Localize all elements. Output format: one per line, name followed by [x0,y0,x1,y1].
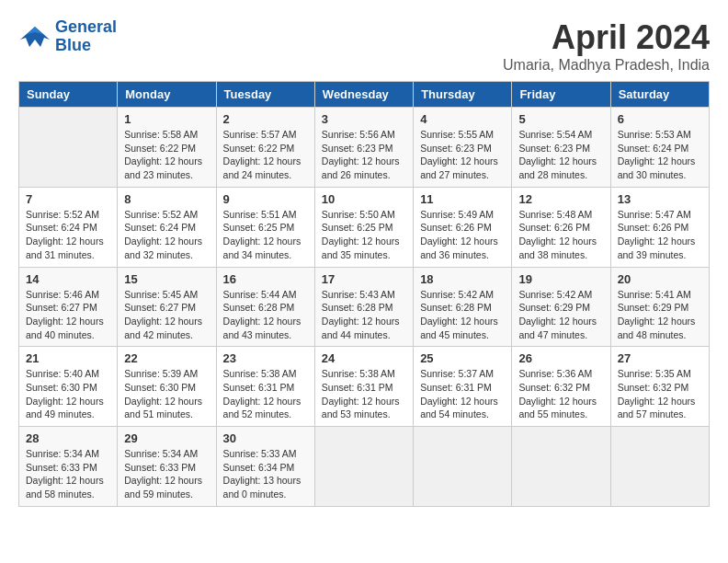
day-number: 24 [322,351,406,365]
day-number: 11 [420,192,505,206]
day-info: Sunrise: 5:46 AM Sunset: 6:27 PM Dayligh… [26,288,110,342]
location-subtitle: Umaria, Madhya Pradesh, India [503,57,710,74]
day-number: 12 [518,192,603,206]
day-number: 2 [223,112,308,126]
calendar-cell: 24Sunrise: 5:38 AM Sunset: 6:31 PM Dayli… [314,347,413,427]
calendar-cell: 29Sunrise: 5:34 AM Sunset: 6:33 PM Dayli… [118,427,216,507]
day-info: Sunrise: 5:49 AM Sunset: 6:26 PM Dayligh… [420,208,505,262]
day-info: Sunrise: 5:38 AM Sunset: 6:31 PM Dayligh… [322,367,406,421]
day-info: Sunrise: 5:37 AM Sunset: 6:31 PM Dayligh… [420,367,505,421]
day-info: Sunrise: 5:40 AM Sunset: 6:30 PM Dayligh… [26,367,110,421]
day-number: 27 [618,351,702,365]
calendar-cell: 6Sunrise: 5:53 AM Sunset: 6:24 PM Daylig… [610,108,709,188]
calendar-cell: 20Sunrise: 5:41 AM Sunset: 6:29 PM Dayli… [610,267,709,347]
day-number: 26 [518,351,603,365]
calendar-cell: 21Sunrise: 5:40 AM Sunset: 6:30 PM Dayli… [19,347,118,427]
calendar-table: SundayMondayTuesdayWednesdayThursdayFrid… [18,81,710,507]
day-info: Sunrise: 5:38 AM Sunset: 6:31 PM Dayligh… [223,367,308,421]
page-header: General Blue April 2024 Umaria, Madhya P… [18,18,710,74]
calendar-cell: 2Sunrise: 5:57 AM Sunset: 6:22 PM Daylig… [216,108,314,188]
calendar-cell: 27Sunrise: 5:35 AM Sunset: 6:32 PM Dayli… [610,347,709,427]
day-number: 8 [124,192,209,206]
calendar-week-row: 7Sunrise: 5:52 AM Sunset: 6:24 PM Daylig… [19,187,710,267]
day-number: 9 [223,192,308,206]
title-block: April 2024 Umaria, Madhya Pradesh, India [503,18,710,74]
day-info: Sunrise: 5:56 AM Sunset: 6:23 PM Dayligh… [322,128,406,182]
calendar-cell: 11Sunrise: 5:49 AM Sunset: 6:26 PM Dayli… [414,187,512,267]
weekday-header: Thursday [414,82,512,108]
day-info: Sunrise: 5:34 AM Sunset: 6:33 PM Dayligh… [26,447,110,501]
day-number: 23 [223,351,308,365]
day-info: Sunrise: 5:42 AM Sunset: 6:28 PM Dayligh… [420,288,505,342]
calendar-cell [19,108,118,188]
weekday-header: Saturday [610,82,709,108]
day-number: 10 [322,192,406,206]
month-year-title: April 2024 [503,18,710,57]
calendar-cell: 18Sunrise: 5:42 AM Sunset: 6:28 PM Dayli… [414,267,512,347]
day-number: 5 [518,112,603,126]
day-info: Sunrise: 5:45 AM Sunset: 6:27 PM Dayligh… [124,288,209,342]
calendar-cell [512,427,610,507]
day-info: Sunrise: 5:58 AM Sunset: 6:22 PM Dayligh… [124,128,209,182]
weekday-header: Wednesday [314,82,413,108]
day-info: Sunrise: 5:47 AM Sunset: 6:26 PM Dayligh… [618,208,702,262]
calendar-cell: 4Sunrise: 5:55 AM Sunset: 6:23 PM Daylig… [414,108,512,188]
day-number: 29 [124,431,209,445]
day-info: Sunrise: 5:54 AM Sunset: 6:23 PM Dayligh… [518,128,603,182]
calendar-cell: 14Sunrise: 5:46 AM Sunset: 6:27 PM Dayli… [19,267,118,347]
day-number: 30 [223,431,308,445]
calendar-cell: 10Sunrise: 5:50 AM Sunset: 6:25 PM Dayli… [314,187,413,267]
day-info: Sunrise: 5:43 AM Sunset: 6:28 PM Dayligh… [322,288,406,342]
day-number: 6 [618,112,702,126]
weekday-header: Friday [512,82,610,108]
day-info: Sunrise: 5:52 AM Sunset: 6:24 PM Dayligh… [124,208,209,262]
day-info: Sunrise: 5:50 AM Sunset: 6:25 PM Dayligh… [322,208,406,262]
calendar-week-row: 28Sunrise: 5:34 AM Sunset: 6:33 PM Dayli… [19,427,710,507]
calendar-cell: 30Sunrise: 5:33 AM Sunset: 6:34 PM Dayli… [216,427,314,507]
day-number: 14 [26,272,110,286]
calendar-cell [610,427,709,507]
weekday-header: Sunday [19,82,118,108]
day-number: 15 [124,272,209,286]
calendar-cell: 16Sunrise: 5:44 AM Sunset: 6:28 PM Dayli… [216,267,314,347]
logo-text: General Blue [55,18,117,55]
weekday-header-row: SundayMondayTuesdayWednesdayThursdayFrid… [19,82,710,108]
calendar-cell: 23Sunrise: 5:38 AM Sunset: 6:31 PM Dayli… [216,347,314,427]
calendar-cell [414,427,512,507]
day-number: 3 [322,112,406,126]
calendar-cell: 17Sunrise: 5:43 AM Sunset: 6:28 PM Dayli… [314,267,413,347]
calendar-cell: 22Sunrise: 5:39 AM Sunset: 6:30 PM Dayli… [118,347,216,427]
day-number: 19 [518,272,603,286]
day-info: Sunrise: 5:42 AM Sunset: 6:29 PM Dayligh… [518,288,603,342]
day-number: 4 [420,112,505,126]
day-number: 28 [26,431,110,445]
calendar-cell: 8Sunrise: 5:52 AM Sunset: 6:24 PM Daylig… [118,187,216,267]
day-info: Sunrise: 5:52 AM Sunset: 6:24 PM Dayligh… [26,208,110,262]
calendar-cell: 12Sunrise: 5:48 AM Sunset: 6:26 PM Dayli… [512,187,610,267]
weekday-header: Monday [118,82,216,108]
day-info: Sunrise: 5:41 AM Sunset: 6:29 PM Dayligh… [618,288,702,342]
day-number: 18 [420,272,505,286]
logo-icon [18,23,51,51]
day-info: Sunrise: 5:44 AM Sunset: 6:28 PM Dayligh… [223,288,308,342]
day-number: 7 [26,192,110,206]
calendar-cell: 19Sunrise: 5:42 AM Sunset: 6:29 PM Dayli… [512,267,610,347]
calendar-cell: 7Sunrise: 5:52 AM Sunset: 6:24 PM Daylig… [19,187,118,267]
logo: General Blue [18,18,117,55]
weekday-header: Tuesday [216,82,314,108]
calendar-cell: 9Sunrise: 5:51 AM Sunset: 6:25 PM Daylig… [216,187,314,267]
calendar-cell: 15Sunrise: 5:45 AM Sunset: 6:27 PM Dayli… [118,267,216,347]
calendar-cell: 1Sunrise: 5:58 AM Sunset: 6:22 PM Daylig… [118,108,216,188]
day-info: Sunrise: 5:57 AM Sunset: 6:22 PM Dayligh… [223,128,308,182]
day-number: 20 [618,272,702,286]
day-info: Sunrise: 5:53 AM Sunset: 6:24 PM Dayligh… [618,128,702,182]
day-info: Sunrise: 5:51 AM Sunset: 6:25 PM Dayligh… [223,208,308,262]
calendar-week-row: 1Sunrise: 5:58 AM Sunset: 6:22 PM Daylig… [19,108,710,188]
day-info: Sunrise: 5:48 AM Sunset: 6:26 PM Dayligh… [518,208,603,262]
day-number: 22 [124,351,209,365]
day-info: Sunrise: 5:34 AM Sunset: 6:33 PM Dayligh… [124,447,209,501]
day-info: Sunrise: 5:55 AM Sunset: 6:23 PM Dayligh… [420,128,505,182]
day-number: 16 [223,272,308,286]
calendar-week-row: 21Sunrise: 5:40 AM Sunset: 6:30 PM Dayli… [19,347,710,427]
calendar-cell: 26Sunrise: 5:36 AM Sunset: 6:32 PM Dayli… [512,347,610,427]
